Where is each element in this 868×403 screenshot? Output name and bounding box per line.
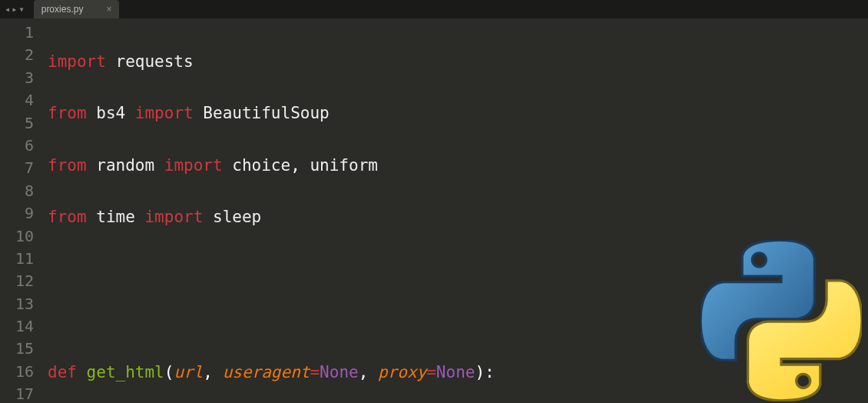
line-number: 3	[0, 67, 34, 89]
python-logo-icon	[701, 240, 862, 401]
code-line: from random import choice, uniform	[48, 155, 868, 177]
line-number: 5	[0, 112, 34, 135]
line-number: 6	[0, 135, 34, 157]
code-line: import requests	[48, 51, 868, 73]
line-number: 11	[0, 248, 34, 270]
line-number: 12	[0, 270, 34, 292]
tab-nav: ◂ ▸ ▾	[0, 0, 29, 18]
gutter: 1 2 3 4 5 6 7 8 9 10 11 12 13 14 15 16 1…	[0, 18, 41, 403]
tab-filename: proxies.py	[41, 4, 84, 15]
tab-proxies[interactable]: proxies.py ×	[34, 0, 120, 18]
line-number: 1	[0, 22, 34, 44]
code-line: from bs4 import BeautifulSoup	[48, 102, 868, 125]
tab-prev-icon[interactable]: ◂	[5, 4, 10, 15]
tab-bar: ◂ ▸ ▾ proxies.py ×	[0, 0, 868, 18]
line-number: 17	[0, 383, 34, 403]
line-number: 13	[0, 293, 34, 315]
tab-menu-icon[interactable]: ▾	[18, 4, 24, 15]
line-number: 2	[0, 44, 34, 66]
code-line: from time import sleep	[48, 206, 868, 228]
close-icon[interactable]: ×	[106, 4, 111, 15]
line-number: 15	[0, 338, 34, 360]
line-number: 7	[0, 157, 34, 179]
line-number: 14	[0, 315, 34, 338]
line-number: 16	[0, 361, 34, 383]
line-number: 4	[0, 89, 34, 112]
line-number: 8	[0, 180, 34, 202]
tab-next-icon[interactable]: ▸	[12, 4, 17, 15]
line-number: 10	[0, 225, 34, 248]
line-number: 9	[0, 202, 34, 225]
